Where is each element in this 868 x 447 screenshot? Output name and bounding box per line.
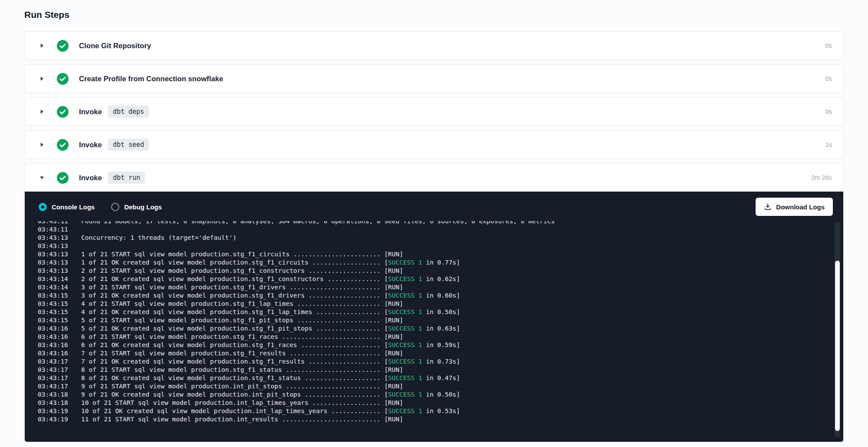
log-message: 10 of 21 OK created sql view model produ…: [81, 407, 460, 415]
log-line: 03:43:18 9 of 21 OK created sql view mod…: [38, 391, 817, 399]
success-check-icon: [57, 40, 69, 52]
log-timestamp: 03:43:19: [38, 407, 69, 415]
log-success-token: SUCCESS 1: [388, 325, 422, 332]
run-step-header[interactable]: Invoke dbt seed 1s: [25, 131, 843, 159]
step-duration: 2m 26s: [811, 174, 832, 181]
caret-right-icon[interactable]: [39, 75, 46, 82]
run-step: Invoke dbt seed 1s: [24, 130, 844, 159]
console-scrollbar-track[interactable]: [835, 222, 840, 437]
log-message: 5 of 21 OK created sql view model produc…: [81, 324, 460, 333]
log-line: 03:43:14 2 of 21 OK created sql view mod…: [38, 275, 817, 283]
download-icon: [764, 203, 772, 211]
log-message: 3 of 21 START sql view model production.…: [81, 283, 403, 291]
log-timestamp: 03:43:17: [38, 366, 69, 374]
log-timestamp: 03:43:15: [38, 291, 69, 300]
step-label: Invoke: [79, 108, 102, 116]
log-success-token: SUCCESS 1: [388, 391, 422, 398]
log-line: 03:43:13 1 of 21 START sql view model pr…: [38, 250, 817, 258]
caret-right-icon[interactable]: [39, 42, 46, 49]
success-check-icon: [57, 139, 69, 151]
log-message: 2 of 21 START sql view model production.…: [81, 267, 403, 275]
log-timestamp: 03:43:11: [38, 225, 69, 234]
console-logs-radio[interactable]: Console Logs: [39, 203, 95, 211]
log-timestamp: 03:43:13: [38, 242, 69, 250]
log-timestamp: 03:43:15: [38, 300, 69, 308]
log-timestamp: 03:43:19: [38, 415, 69, 424]
run-step-expanded: Invoke dbt run 2m 26s Console Logs Debug…: [24, 163, 844, 442]
step-label: Create Profile from Connection snowflake: [79, 75, 223, 83]
console-scrollbar-thumb[interactable]: [835, 261, 840, 431]
run-steps-page: Run Steps Clone Git Repository 0s: [0, 0, 868, 442]
log-line: 03:43:17 8 of 21 OK created sql view mod…: [38, 374, 817, 382]
run-step: Create Profile from Connection snowflake…: [24, 64, 844, 93]
command-badge: dbt seed: [108, 139, 149, 151]
log-timestamp: 03:43:16: [38, 341, 69, 349]
run-step-header[interactable]: Create Profile from Connection snowflake…: [25, 65, 843, 93]
log-timestamp: 03:43:13: [38, 250, 69, 258]
debug-logs-radio[interactable]: Debug Logs: [111, 203, 162, 211]
log-message: 4 of 21 START sql view model production.…: [81, 300, 403, 308]
log-message: 1 of 21 OK created sql view model produc…: [81, 258, 460, 267]
log-timestamp: 03:43:16: [38, 333, 69, 341]
run-step: Invoke dbt deps 0s: [24, 97, 844, 126]
log-timestamp: 03:43:13: [38, 234, 69, 242]
log-lines: 03:43:11 Found 21 models, 17 tests, 0 sn…: [38, 221, 817, 424]
log-line: 03:43:11 Found 21 models, 17 tests, 0 sn…: [38, 221, 817, 225]
console-logs-radio-label: Console Logs: [52, 203, 95, 211]
caret-right-icon[interactable]: [39, 141, 46, 148]
log-message: 7 of 21 START sql view model production.…: [81, 349, 403, 358]
log-message: 9 of 21 OK created sql view model produc…: [81, 391, 460, 399]
log-line: 03:43:11: [38, 225, 817, 234]
log-timestamp: 03:43:16: [38, 324, 69, 333]
log-message: 11 of 21 START sql view model production…: [81, 415, 403, 424]
log-success-token: SUCCESS 1: [388, 407, 422, 414]
log-line: 03:43:13 Concurrency: 1 threads (target=…: [38, 234, 817, 242]
download-logs-button[interactable]: Download Logs: [756, 198, 833, 216]
run-step-header[interactable]: Invoke dbt deps 0s: [25, 98, 843, 126]
log-success-token: SUCCESS 1: [388, 341, 422, 348]
log-timestamp: 03:43:16: [38, 349, 69, 358]
log-timestamp: 03:43:11: [38, 221, 69, 225]
log-message: 6 of 21 OK created sql view model produc…: [81, 341, 460, 349]
log-message: 8 of 21 START sql view model production.…: [81, 366, 403, 374]
log-line: 03:43:17 9 of 21 START sql view model pr…: [38, 382, 817, 391]
step-duration: 1s: [825, 141, 832, 148]
run-step: Clone Git Repository 0s: [24, 31, 844, 60]
log-success-token: SUCCESS 1: [388, 292, 422, 299]
run-step-header[interactable]: Invoke dbt run 2m 26s: [25, 164, 843, 192]
success-check-icon: [57, 73, 69, 85]
log-line: 03:43:13 2 of 21 START sql view model pr…: [38, 267, 817, 275]
log-message: Concurrency: 1 threads (target='default'…: [81, 234, 237, 242]
step-duration: 0s: [825, 42, 832, 49]
log-line: 03:43:15 4 of 21 OK created sql view mod…: [38, 308, 817, 316]
run-step-header[interactable]: Clone Git Repository 0s: [25, 32, 843, 60]
log-timestamp: 03:43:14: [38, 275, 69, 283]
log-message: 1 of 21 START sql view model production.…: [81, 250, 403, 258]
command-badge: dbt deps: [108, 106, 149, 118]
log-message: 9 of 21 START sql view model production.…: [81, 382, 403, 391]
log-output: 03:43:11 Found 21 models, 17 tests, 0 sn…: [25, 221, 843, 442]
page-title: Run Steps: [24, 10, 844, 20]
log-line: 03:43:16 6 of 21 START sql view model pr…: [38, 333, 817, 341]
log-timestamp: 03:43:17: [38, 358, 69, 366]
step-duration: 0s: [825, 75, 832, 82]
radio-checked-icon[interactable]: [39, 203, 47, 211]
log-line: 03:43:15 4 of 21 START sql view model pr…: [38, 300, 817, 308]
log-success-token: SUCCESS 1: [388, 275, 422, 282]
console-logs-panel: Console Logs Debug Logs Download Logs: [25, 192, 843, 442]
step-label: Clone Git Repository: [79, 42, 151, 50]
log-line: 03:43:18 10 of 21 START sql view model p…: [38, 399, 817, 407]
log-success-token: SUCCESS 1: [388, 259, 422, 266]
log-message: 5 of 21 START sql view model production.…: [81, 316, 403, 324]
log-message: 8 of 21 OK created sql view model produc…: [81, 374, 460, 382]
console-toolbar: Console Logs Debug Logs Download Logs: [25, 192, 843, 220]
log-message: Found 21 models, 17 tests, 0 snapshots, …: [81, 221, 555, 225]
log-timestamp: 03:43:13: [38, 267, 69, 275]
caret-right-icon[interactable]: [39, 108, 46, 115]
log-timestamp: 03:43:15: [38, 308, 69, 316]
caret-down-icon[interactable]: [39, 174, 46, 181]
command-badge: dbt run: [108, 172, 145, 184]
radio-unchecked-icon[interactable]: [111, 203, 119, 211]
log-line: 03:43:16 5 of 21 OK created sql view mod…: [38, 324, 817, 333]
log-timestamp: 03:43:13: [38, 258, 69, 267]
